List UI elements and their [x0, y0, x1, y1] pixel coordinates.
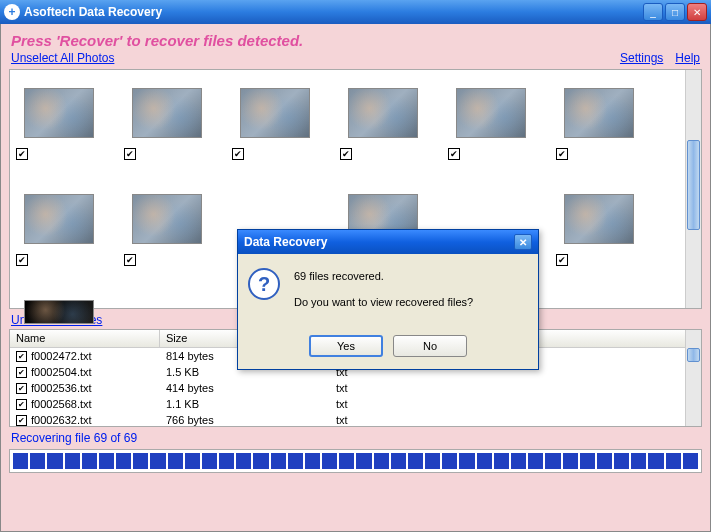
- photo-image[interactable]: [456, 88, 526, 138]
- photo-checkbox[interactable]: ✔: [16, 254, 28, 266]
- window-buttons: _ □ ✕: [643, 3, 707, 21]
- file-row[interactable]: ✔f0002568.txt1.1 KBtxt: [10, 396, 701, 412]
- file-name: f0002536.txt: [31, 382, 92, 394]
- photo-checkbox[interactable]: ✔: [124, 148, 136, 160]
- photo-checkbox[interactable]: ✔: [340, 148, 352, 160]
- progress-segment: [219, 453, 234, 469]
- window-title: Asoftech Data Recovery: [24, 5, 643, 19]
- photo-checkbox[interactable]: ✔: [556, 254, 568, 266]
- photo-image[interactable]: [240, 88, 310, 138]
- photo-thumb[interactable]: ✔: [230, 76, 320, 176]
- progress-segment: [99, 453, 114, 469]
- file-row[interactable]: ✔f0002632.txt766 bytestxt: [10, 412, 701, 428]
- progress-segment: [322, 453, 337, 469]
- question-icon: ?: [248, 268, 280, 300]
- file-row[interactable]: ✔f0002536.txt414 bytestxt: [10, 380, 701, 396]
- no-button[interactable]: No: [393, 335, 467, 357]
- progress-segment: [391, 453, 406, 469]
- photo-checkbox[interactable]: ✔: [124, 254, 136, 266]
- files-scrollbar-thumb[interactable]: [687, 348, 700, 362]
- unselect-all-photos-link[interactable]: Unselect All Photos: [11, 51, 114, 65]
- file-checkbox[interactable]: ✔: [16, 367, 27, 378]
- progress-segment: [65, 453, 80, 469]
- photo-image[interactable]: [564, 88, 634, 138]
- photo-checkbox[interactable]: ✔: [16, 148, 28, 160]
- app-icon: +: [4, 4, 20, 20]
- dialog-line1: 69 files recovered.: [294, 268, 473, 286]
- photo-image[interactable]: [132, 88, 202, 138]
- file-name: f0002472.txt: [31, 350, 92, 362]
- settings-link[interactable]: Settings: [620, 51, 663, 65]
- progress-segment: [82, 453, 97, 469]
- progress-segment: [597, 453, 612, 469]
- progress-bar: [9, 449, 702, 473]
- progress-segment: [683, 453, 698, 469]
- photo-thumb[interactable]: ✔: [446, 76, 536, 176]
- maximize-button[interactable]: □: [665, 3, 685, 21]
- photo-image[interactable]: [24, 88, 94, 138]
- dialog-title: Data Recovery: [244, 235, 327, 249]
- photo-checkbox[interactable]: ✔: [556, 148, 568, 160]
- photo-checkbox[interactable]: ✔: [232, 148, 244, 160]
- progress-segment: [47, 453, 62, 469]
- photo-image[interactable]: [348, 88, 418, 138]
- file-checkbox[interactable]: ✔: [16, 351, 27, 362]
- titlebar: + Asoftech Data Recovery _ □ ✕: [0, 0, 711, 24]
- dialog-titlebar: Data Recovery ✕: [238, 230, 538, 254]
- recovery-dialog: Data Recovery ✕ ? 69 files recovered. Do…: [237, 229, 539, 370]
- minimize-button[interactable]: _: [643, 3, 663, 21]
- photos-scrollbar[interactable]: [685, 70, 701, 308]
- progress-segment: [133, 453, 148, 469]
- file-name-cell: ✔f0002568.txt: [10, 398, 160, 410]
- progress-segment: [614, 453, 629, 469]
- photo-thumb[interactable]: [14, 288, 104, 328]
- col-name[interactable]: Name: [10, 330, 160, 347]
- photo-thumb[interactable]: ✔: [554, 76, 644, 176]
- photo-thumb[interactable]: ✔: [338, 76, 428, 176]
- progress-segment: [185, 453, 200, 469]
- file-checkbox[interactable]: ✔: [16, 383, 27, 394]
- progress-segment: [666, 453, 681, 469]
- file-checkbox[interactable]: ✔: [16, 415, 27, 426]
- files-scrollbar[interactable]: [685, 330, 701, 426]
- photo-thumb[interactable]: ✔: [122, 182, 212, 282]
- file-name-cell: ✔f0002504.txt: [10, 366, 160, 378]
- progress-segment: [442, 453, 457, 469]
- dialog-text: 69 files recovered. Do you want to view …: [294, 268, 473, 319]
- file-name: f0002632.txt: [31, 414, 92, 426]
- photo-image[interactable]: [132, 194, 202, 244]
- progress-segment: [13, 453, 28, 469]
- help-link[interactable]: Help: [675, 51, 700, 65]
- dialog-close-button[interactable]: ✕: [514, 234, 532, 250]
- status-text: Recovering file 69 of 69: [1, 427, 710, 447]
- progress-segment: [116, 453, 131, 469]
- photo-thumb[interactable]: ✔: [122, 76, 212, 176]
- progress-segment: [150, 453, 165, 469]
- file-ext-cell: txt: [330, 414, 470, 426]
- photo-image[interactable]: [564, 194, 634, 244]
- photo-image[interactable]: [24, 194, 94, 244]
- photo-thumb[interactable]: ✔: [554, 182, 644, 282]
- file-size-cell: 766 bytes: [160, 414, 330, 426]
- progress-segment: [511, 453, 526, 469]
- file-checkbox[interactable]: ✔: [16, 399, 27, 410]
- progress-segment: [580, 453, 595, 469]
- close-button[interactable]: ✕: [687, 3, 707, 21]
- photo-thumb[interactable]: ✔: [14, 182, 104, 282]
- photo-thumb[interactable]: ✔: [14, 76, 104, 176]
- yes-button[interactable]: Yes: [309, 335, 383, 357]
- progress-segment: [631, 453, 646, 469]
- progress-segment: [374, 453, 389, 469]
- progress-segment: [236, 453, 251, 469]
- progress-segment: [253, 453, 268, 469]
- progress-segment: [425, 453, 440, 469]
- progress-segment: [271, 453, 286, 469]
- photo-checkbox[interactable]: ✔: [448, 148, 460, 160]
- photo-image[interactable]: [24, 300, 94, 324]
- file-name: f0002504.txt: [31, 366, 92, 378]
- file-name: f0002568.txt: [31, 398, 92, 410]
- progress-segment: [305, 453, 320, 469]
- file-name-cell: ✔f0002632.txt: [10, 414, 160, 426]
- photos-scrollbar-thumb[interactable]: [687, 140, 700, 230]
- file-ext-cell: txt: [330, 398, 470, 410]
